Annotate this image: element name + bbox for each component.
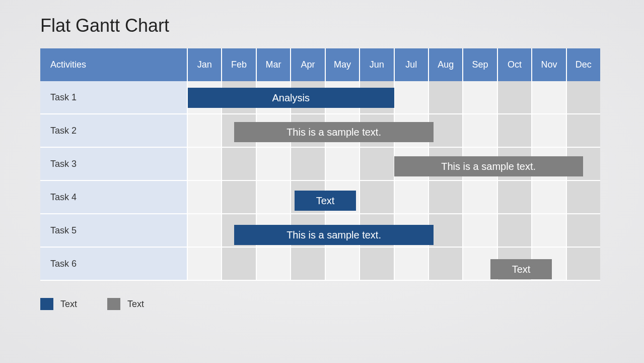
gantt-cell xyxy=(498,214,532,247)
legend-label: Text xyxy=(60,299,77,310)
activities-header: Activities xyxy=(40,48,188,81)
gantt-cell xyxy=(188,148,222,180)
month-header: Jul xyxy=(395,48,429,81)
gantt-cell xyxy=(567,181,600,213)
legend-item: Text xyxy=(107,298,144,310)
legend-swatch-blue xyxy=(40,298,53,310)
gantt-bar[interactable]: This is a sample text. xyxy=(234,122,434,142)
month-header: Oct xyxy=(498,48,532,81)
task-label: Task 2 xyxy=(40,114,188,147)
month-header: Jun xyxy=(360,48,394,81)
gantt-cell xyxy=(257,248,291,280)
gantt-cell xyxy=(429,181,463,213)
gantt-cell xyxy=(188,181,222,213)
gantt-bar[interactable]: Analysis xyxy=(188,88,394,108)
gantt-cell xyxy=(567,248,600,280)
gantt-header: Activities Jan Feb Mar Apr May Jun Jul A… xyxy=(40,48,600,81)
gantt-cell xyxy=(257,181,291,213)
gantt-cell xyxy=(498,114,532,147)
task-label: Task 1 xyxy=(40,81,188,113)
legend-label: Text xyxy=(127,299,144,310)
gantt-bar[interactable]: Text xyxy=(295,191,356,211)
gantt-cell xyxy=(463,81,497,113)
month-header: May xyxy=(326,48,360,81)
gantt-cell xyxy=(360,181,394,213)
gantt-cell xyxy=(395,248,429,280)
gantt-cell xyxy=(567,214,600,247)
gantt-cell xyxy=(429,81,463,113)
gantt-cell xyxy=(532,214,566,247)
gantt-cell xyxy=(222,181,256,213)
legend: Text Text xyxy=(40,298,604,310)
gantt-cell xyxy=(532,81,566,113)
gantt-cell xyxy=(429,114,463,147)
gantt-cell xyxy=(532,181,566,213)
gantt-cell xyxy=(463,214,497,247)
gantt-cell xyxy=(326,148,360,180)
month-header: Nov xyxy=(532,48,566,81)
task-label: Task 3 xyxy=(40,148,188,180)
gantt-cell xyxy=(567,81,600,113)
gantt-cell xyxy=(188,214,222,247)
gantt-cell xyxy=(498,181,532,213)
legend-item: Text xyxy=(40,298,77,310)
gantt-cell xyxy=(395,181,429,213)
month-header: Aug xyxy=(429,48,463,81)
month-header: Apr xyxy=(291,48,325,81)
gantt-cell xyxy=(532,114,566,147)
gantt-bar[interactable]: This is a sample text. xyxy=(234,225,434,245)
gantt-bar[interactable]: This is a sample text. xyxy=(394,156,583,176)
gantt-cell xyxy=(429,248,463,280)
gantt-cell xyxy=(567,114,600,147)
task-label: Task 6 xyxy=(40,248,188,280)
gantt-cell xyxy=(326,248,360,280)
gantt-cell xyxy=(498,81,532,113)
task-label: Task 4 xyxy=(40,181,188,213)
gantt-cell xyxy=(360,148,394,180)
legend-swatch-gray xyxy=(107,298,120,310)
gantt-cell xyxy=(395,81,429,113)
gantt-cell xyxy=(291,148,325,180)
month-header: Feb xyxy=(222,48,256,81)
task-label: Task 5 xyxy=(40,214,188,247)
month-header: Mar xyxy=(257,48,291,81)
gantt-cell xyxy=(463,114,497,147)
gantt-body: Task 1Task 2Task 3Task 4Task 5Task 6 Ana… xyxy=(40,81,600,281)
gantt-cell xyxy=(291,248,325,280)
gantt-cell xyxy=(257,148,291,180)
gantt-cell xyxy=(222,248,256,280)
gantt-cell xyxy=(463,181,497,213)
gantt-cell xyxy=(360,248,394,280)
month-header: Sep xyxy=(463,48,497,81)
month-header: Dec xyxy=(567,48,600,81)
gantt-cell xyxy=(222,148,256,180)
gantt-chart: Activities Jan Feb Mar Apr May Jun Jul A… xyxy=(40,48,600,281)
month-header: Jan xyxy=(188,48,222,81)
page-title: Flat Gantt Chart xyxy=(40,15,604,36)
gantt-cell xyxy=(188,248,222,280)
gantt-cell xyxy=(429,214,463,247)
gantt-cell xyxy=(188,114,222,147)
gantt-bar[interactable]: Text xyxy=(490,259,552,279)
